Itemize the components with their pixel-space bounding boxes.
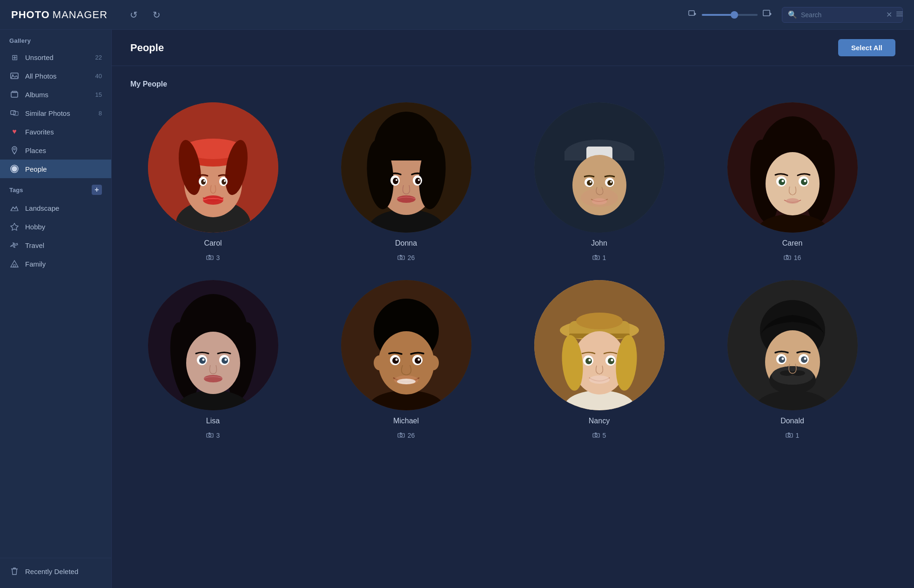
sidebar: Gallery Unsorted 22 All Photos 40	[0, 30, 112, 588]
select-all-button[interactable]: Select All	[838, 39, 895, 56]
svg-point-96	[186, 332, 240, 394]
svg-point-138	[608, 358, 614, 364]
svg-point-137	[585, 358, 592, 364]
camera-icon-lisa	[206, 432, 214, 439]
svg-point-156	[779, 356, 785, 363]
person-count-lisa: 3	[206, 432, 220, 439]
sidebar-label-places: Places	[25, 147, 96, 154]
person-name-donna: Donna	[395, 239, 417, 247]
svg-marker-1	[694, 12, 696, 16]
person-card-carol[interactable]: Carol 3	[130, 102, 296, 261]
svg-point-111	[378, 331, 434, 394]
svg-rect-4	[896, 12, 903, 13]
svg-point-66	[607, 180, 613, 186]
tags-section: Tags +	[0, 178, 111, 199]
sidebar-item-travel[interactable]: Travel	[0, 236, 111, 254]
person-photo-lisa	[148, 280, 278, 410]
svg-point-50	[397, 195, 416, 203]
sidebar-item-albums[interactable]: Albums 15	[0, 85, 111, 104]
undo-button[interactable]: ↺	[126, 7, 141, 22]
sidebar-item-places[interactable]: Places	[0, 141, 111, 160]
logo-photo: PHOTO	[11, 9, 50, 21]
sidebar-label-unsorted: Unsorted	[25, 53, 90, 61]
person-card-caren[interactable]: Caren 16	[710, 102, 875, 261]
sidebar-item-favorites[interactable]: ♥ Favorites	[0, 122, 111, 141]
svg-rect-5	[896, 13, 903, 14]
add-tag-button[interactable]: +	[92, 185, 102, 195]
main-header: People Select All	[112, 30, 914, 66]
unsorted-icon	[9, 52, 20, 62]
sidebar-count-albums: 15	[95, 91, 102, 98]
svg-point-30	[203, 180, 205, 182]
favorites-icon: ♥	[9, 127, 20, 137]
svg-rect-12	[13, 112, 18, 115]
svg-point-82	[779, 179, 785, 185]
svg-point-139	[588, 359, 591, 361]
sidebar-item-hobby[interactable]: Hobby	[0, 217, 111, 236]
person-card-lisa[interactable]: Lisa 3	[130, 280, 296, 439]
sidebar-item-unsorted[interactable]: Unsorted 22	[0, 48, 111, 67]
search-settings-icon[interactable]	[896, 10, 903, 20]
svg-point-79	[766, 152, 820, 215]
sidebar-label-travel: Travel	[25, 241, 102, 249]
zoom-control	[688, 9, 773, 21]
svg-point-46	[393, 178, 398, 184]
svg-point-52	[400, 257, 402, 259]
svg-point-158	[781, 358, 784, 360]
hobby-icon	[9, 221, 20, 232]
person-card-donna[interactable]: Donna 26	[323, 102, 489, 261]
svg-point-31	[224, 180, 226, 182]
person-card-nancy[interactable]: Nancy 5	[517, 280, 682, 439]
places-icon	[9, 145, 20, 155]
person-photo-michael	[341, 280, 471, 410]
svg-point-116	[392, 357, 399, 364]
person-card-michael[interactable]: Michael 26	[323, 280, 489, 439]
search-bar: 🔍 ✕	[782, 7, 903, 23]
app-logo: PHOTO MANAGER	[11, 9, 108, 21]
section-title: My People	[130, 80, 895, 88]
svg-rect-2	[763, 10, 770, 16]
svg-rect-35	[208, 255, 210, 256]
person-count-donna: 26	[397, 254, 415, 261]
person-name-michael: Michael	[393, 417, 419, 425]
sidebar-item-landscape[interactable]: Landscape	[0, 199, 111, 217]
redo-button[interactable]: ↻	[149, 7, 164, 22]
sidebar-item-all-photos[interactable]: All Photos 40	[0, 67, 111, 85]
similar-icon	[9, 108, 20, 118]
svg-point-159	[804, 358, 806, 360]
sidebar-label-albums: Albums	[25, 91, 90, 99]
person-name-donald: Donald	[780, 417, 804, 425]
svg-rect-0	[689, 11, 694, 15]
sidebar-item-family[interactable]: Family	[0, 254, 111, 273]
main-panel: People Select All My People	[112, 30, 914, 588]
svg-point-67	[590, 181, 591, 183]
sidebar-label-landscape: Landscape	[25, 204, 102, 212]
tags-label: Tags	[9, 187, 88, 194]
person-card-john[interactable]: John 1	[517, 102, 682, 261]
svg-point-32	[203, 195, 223, 205]
svg-point-121	[397, 379, 416, 384]
svg-marker-16	[11, 261, 18, 267]
svg-point-49	[418, 179, 420, 181]
sidebar-item-recently-deleted[interactable]: Recently Deleted	[0, 562, 111, 581]
svg-point-34	[208, 257, 211, 259]
search-icon: 🔍	[788, 10, 797, 19]
svg-point-117	[415, 357, 421, 364]
svg-rect-7	[11, 73, 18, 79]
svg-point-48	[396, 179, 397, 181]
person-photo-nancy	[534, 280, 665, 410]
sidebar-item-similar-photos[interactable]: Similar Photos 8	[0, 104, 111, 122]
zoom-slider[interactable]	[702, 14, 758, 16]
svg-point-105	[208, 434, 211, 437]
search-input[interactable]	[801, 11, 882, 19]
svg-rect-144	[595, 433, 597, 434]
person-card-donald[interactable]: Donald 1	[710, 280, 875, 439]
sidebar-label-people: People	[25, 165, 96, 173]
svg-rect-53	[400, 255, 402, 256]
svg-point-161	[788, 434, 790, 437]
svg-point-71	[595, 257, 597, 259]
sidebar-item-people[interactable]: People	[0, 160, 111, 178]
travel-icon	[9, 240, 20, 250]
search-clear-icon[interactable]: ✕	[886, 10, 892, 19]
svg-point-113	[428, 355, 439, 370]
